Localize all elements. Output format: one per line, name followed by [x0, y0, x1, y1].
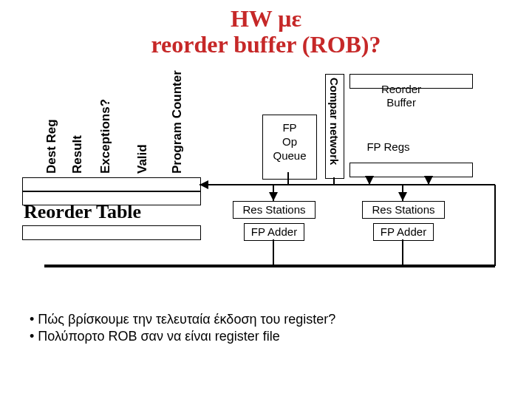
- col-valid: Valid: [135, 144, 150, 174]
- res-stations-box-2: Res Stations: [362, 201, 445, 219]
- table-row: [349, 163, 473, 177]
- table-row: [349, 74, 473, 89]
- col-program-counter: Program Counter: [170, 70, 185, 174]
- fp-op-queue-label: FPOpQueue: [273, 121, 306, 162]
- col-dest-reg: Dest Reg: [44, 119, 59, 174]
- title-line-2: reorder buffer (ROB)?: [0, 32, 532, 58]
- fp-adder-box-2: FP Adder: [373, 223, 434, 241]
- bullet-1: • Πώς βρίσκουμε την τελευταία έκδοση του…: [30, 312, 335, 327]
- table-row: [22, 225, 201, 240]
- fp-op-queue-box: FPOpQueue: [262, 115, 317, 180]
- table-row: [22, 177, 201, 192]
- diagram: Dest Reg Result Exceptions? Valid Progra…: [22, 74, 510, 288]
- fp-adder-label-1: FP Adder: [251, 225, 297, 238]
- fp-adder-box-1: FP Adder: [244, 223, 304, 241]
- res-stations-label-1: Res Stations: [242, 203, 305, 216]
- fp-regs-box: FP Regs: [357, 139, 420, 155]
- fp-regs-label: FP Regs: [366, 140, 409, 153]
- reorder-table-label: Reorder Table: [24, 201, 141, 223]
- col-exceptions: Exceptions?: [98, 99, 113, 174]
- res-stations-box-1: Res Stations: [233, 201, 316, 219]
- col-result: Result: [70, 135, 85, 174]
- bullets: • Πώς βρίσκουμε την τελευταία έκδοση του…: [30, 310, 335, 346]
- compar-network-label: Compar network: [328, 78, 341, 165]
- title-line-1: HW με: [0, 6, 532, 32]
- bullet-2: • Πολύπορτο ROB σαν να είναι register fi…: [30, 329, 335, 344]
- compar-network-box: Compar network: [325, 74, 344, 179]
- res-stations-label-2: Res Stations: [372, 203, 434, 216]
- fp-adder-label-2: FP Adder: [381, 225, 426, 238]
